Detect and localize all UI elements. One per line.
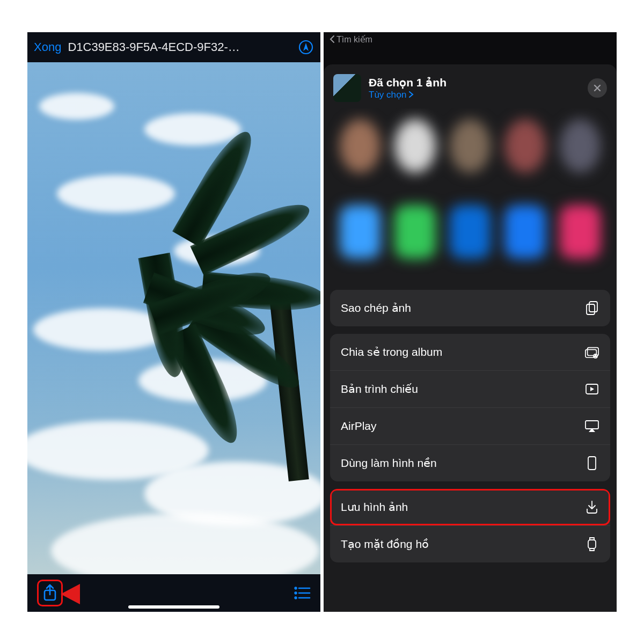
share-icon	[42, 584, 57, 602]
selection-thumbnail	[333, 74, 361, 102]
svg-rect-17	[588, 540, 596, 548]
action-group: Lưu hình ảnhTạo mặt đồng hồ	[330, 489, 610, 562]
action-label: Sao chép ảnh	[341, 302, 411, 314]
svg-rect-9	[587, 304, 595, 314]
action-album-share[interactable]: Chia sẻ trong album	[330, 334, 610, 370]
share-sheet: Đã chọn 1 ảnh Tùy chọn Sao chép ảnhChia …	[324, 64, 617, 612]
action-group: Chia sẻ trong albumBản trình chiếuAirPla…	[330, 334, 610, 481]
action-download[interactable]: Lưu hình ảnh	[330, 489, 610, 525]
markup-icon[interactable]	[298, 39, 314, 55]
list-icon[interactable]	[294, 586, 311, 600]
share-sheet-pane: Tìm kiếm Đã chọn 1 ảnh Tùy chọn	[324, 32, 617, 612]
share-targets-blurred	[324, 108, 617, 286]
slideshow-icon	[584, 382, 599, 397]
action-wallpaper[interactable]: Dùng làm hình nền	[330, 444, 610, 481]
svg-rect-16	[588, 457, 596, 470]
album-share-icon	[584, 345, 599, 360]
svg-point-2	[295, 588, 297, 589]
sheet-header: Đã chọn 1 ảnh Tùy chọn	[324, 64, 617, 108]
viewer-footer	[27, 574, 320, 612]
home-indicator[interactable]	[128, 605, 219, 609]
done-button[interactable]: Xong	[34, 40, 61, 54]
close-button[interactable]	[588, 78, 607, 98]
action-watch[interactable]: Tạo mặt đồng hồ	[330, 525, 610, 562]
watch-icon	[584, 537, 599, 552]
selection-count-label: Đã chọn 1 ảnh	[369, 76, 588, 89]
back-to-search[interactable]: Tìm kiếm	[324, 32, 617, 45]
action-group: Sao chép ảnh	[330, 290, 610, 326]
action-slideshow[interactable]: Bản trình chiếu	[330, 370, 610, 407]
airplay-icon	[584, 419, 599, 434]
action-label: Lưu hình ảnh	[341, 501, 408, 514]
photo-content[interactable]	[27, 62, 320, 574]
wallpaper-icon	[584, 456, 599, 471]
svg-point-4	[295, 592, 297, 594]
photo-viewer-pane: Xong D1C39E83-9F5A-4ECD-9F32-…	[27, 32, 320, 612]
download-icon	[584, 500, 599, 515]
svg-rect-15	[586, 421, 598, 429]
action-label: Tạo mặt đồng hồ	[341, 538, 429, 551]
viewer-header: Xong D1C39E83-9F5A-4ECD-9F32-…	[27, 32, 320, 62]
action-label: AirPlay	[341, 420, 377, 433]
options-link[interactable]: Tùy chọn	[369, 89, 588, 100]
share-button[interactable]	[37, 580, 63, 606]
action-label: Chia sẻ trong album	[341, 346, 442, 358]
action-label: Bản trình chiếu	[341, 383, 418, 396]
svg-point-6	[295, 597, 297, 599]
action-list: Sao chép ảnhChia sẻ trong albumBản trình…	[324, 286, 617, 562]
action-label: Dùng làm hình nền	[341, 457, 437, 470]
copy-icon	[584, 301, 599, 316]
svg-rect-8	[589, 302, 597, 312]
action-airplay[interactable]: AirPlay	[330, 407, 610, 444]
photo-filename: D1C39E83-9F5A-4ECD-9F32-…	[68, 40, 298, 54]
photo-subject-palm	[159, 202, 320, 481]
action-copy[interactable]: Sao chép ảnh	[330, 290, 610, 326]
annotation-arrow	[61, 581, 125, 608]
back-label: Tìm kiếm	[336, 34, 372, 45]
